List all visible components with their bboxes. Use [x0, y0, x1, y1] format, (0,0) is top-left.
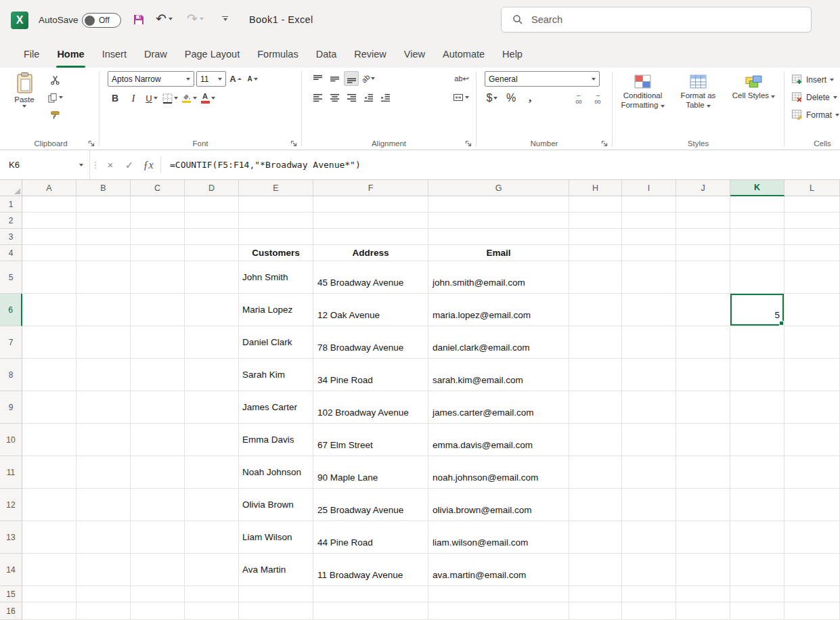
cell-L15[interactable] — [784, 586, 840, 602]
cell-E1[interactable] — [239, 196, 313, 213]
tab-home[interactable]: Home — [48, 41, 93, 68]
cell-A15[interactable] — [22, 586, 76, 602]
cell-B14[interactable] — [76, 554, 131, 586]
row-header-11[interactable]: 11 — [0, 456, 22, 489]
cell-L12[interactable] — [784, 489, 840, 521]
cell-L1[interactable] — [784, 196, 840, 213]
cell-G9[interactable]: james.carter@email.com — [428, 391, 569, 424]
cell-F6[interactable]: 12 Oak Avenue — [313, 294, 428, 326]
cell-I9[interactable] — [622, 391, 676, 424]
autosave-toggle[interactable]: Off — [82, 13, 121, 28]
cell-I3[interactable] — [622, 229, 676, 245]
cell-G5[interactable]: john.smith@email.com — [428, 261, 569, 294]
comma-style-button[interactable]: , — [523, 91, 537, 106]
cell-D12[interactable] — [185, 489, 239, 521]
save-button[interactable] — [133, 14, 145, 26]
cell-F3[interactable] — [313, 229, 428, 245]
cell-F11[interactable]: 90 Maple Lane — [313, 456, 428, 489]
row-header-1[interactable]: 1 — [0, 196, 22, 213]
cell-L4[interactable] — [784, 245, 840, 261]
cell-I10[interactable] — [622, 424, 676, 456]
cell-A12[interactable] — [22, 489, 76, 521]
col-header-E[interactable]: E — [239, 180, 313, 196]
cell-F15[interactable] — [313, 586, 428, 602]
cell-G3[interactable] — [428, 229, 569, 245]
cell-H9[interactable] — [569, 391, 622, 424]
cell-H11[interactable] — [569, 456, 622, 489]
cell-B16[interactable] — [76, 602, 131, 620]
cell-K13[interactable] — [730, 521, 784, 554]
cell-F5[interactable]: 45 Broadway Avenue — [313, 261, 428, 294]
cell-C13[interactable] — [131, 521, 185, 554]
decrease-indent-button[interactable] — [361, 90, 376, 105]
enter-button[interactable]: ✓ — [120, 150, 139, 179]
cell-B13[interactable] — [76, 521, 131, 554]
cell-L9[interactable] — [784, 391, 840, 424]
cut-button[interactable] — [47, 72, 63, 87]
col-header-L[interactable]: L — [784, 180, 840, 196]
accounting-format-button[interactable]: $ — [485, 91, 500, 106]
cell-H14[interactable] — [569, 554, 622, 586]
cell-I8[interactable] — [622, 359, 676, 391]
cell-F9[interactable]: 102 Broadway Avenue — [313, 391, 428, 424]
cell-J12[interactable] — [676, 489, 730, 521]
cell-H12[interactable] — [569, 489, 622, 521]
formula-input[interactable]: =COUNTIF(F5:F14,"*Broadway Avenue*") — [164, 150, 840, 179]
cell-L16[interactable] — [784, 602, 840, 620]
cell-D6[interactable] — [185, 294, 239, 326]
cell-I6[interactable] — [622, 294, 676, 326]
cell-E9[interactable]: James Carter — [239, 391, 313, 424]
fill-handle[interactable] — [779, 321, 784, 326]
tab-review[interactable]: Review — [345, 41, 395, 68]
cell-G10[interactable]: emma.davis@email.com — [428, 424, 569, 456]
increase-decimal-button[interactable]: ← 00 — [571, 91, 586, 106]
cell-C14[interactable] — [131, 554, 185, 586]
cell-B12[interactable] — [76, 489, 131, 521]
cell-K1[interactable] — [730, 196, 784, 213]
cell-C10[interactable] — [131, 424, 185, 456]
cell-L2[interactable] — [784, 213, 840, 229]
tab-help[interactable]: Help — [493, 41, 531, 68]
cell-C7[interactable] — [131, 326, 185, 359]
cell-D11[interactable] — [185, 456, 239, 489]
cell-L5[interactable] — [784, 261, 840, 294]
cell-F14[interactable]: 11 Broadway Avenue — [313, 554, 428, 586]
borders-chevron-icon[interactable] — [174, 97, 178, 99]
cell-H1[interactable] — [569, 196, 622, 213]
cell-F12[interactable]: 25 Broadway Avenue — [313, 489, 428, 521]
cancel-button[interactable]: × — [101, 150, 120, 179]
format-as-table-button[interactable]: Format as Table — [671, 71, 726, 137]
formula-bar-grip-icon[interactable]: ⋮ — [90, 150, 101, 179]
cell-D1[interactable] — [185, 196, 239, 213]
align-right-button[interactable] — [344, 90, 359, 105]
customize-quick-access-button[interactable] — [222, 16, 228, 21]
cell-G4[interactable]: Email — [428, 245, 569, 261]
fill-color-button[interactable] — [181, 91, 197, 106]
cell-A1[interactable] — [22, 196, 76, 213]
cell-C8[interactable] — [131, 359, 185, 391]
excel-logo-icon[interactable]: X — [11, 12, 28, 29]
cell-J11[interactable] — [676, 456, 730, 489]
row-header-3[interactable]: 3 — [0, 229, 22, 245]
row-header-2[interactable]: 2 — [0, 213, 22, 229]
tab-view[interactable]: View — [395, 41, 434, 68]
cell-B2[interactable] — [76, 213, 131, 229]
cell-F13[interactable]: 44 Pine Road — [313, 521, 428, 554]
cell-A16[interactable] — [22, 602, 76, 620]
clipboard-dialog-launcher-icon[interactable] — [88, 140, 95, 148]
col-header-F[interactable]: F — [313, 180, 428, 196]
italic-button[interactable]: I — [126, 91, 141, 106]
cell-K9[interactable] — [730, 391, 784, 424]
cell-G1[interactable] — [428, 196, 569, 213]
cell-B5[interactable] — [76, 261, 131, 294]
cell-C11[interactable] — [131, 456, 185, 489]
bottom-align-button[interactable] — [344, 71, 359, 86]
cell-B1[interactable] — [76, 196, 131, 213]
cell-H5[interactable] — [569, 261, 622, 294]
undo-button[interactable]: ↶ — [156, 11, 173, 26]
cell-C9[interactable] — [131, 391, 185, 424]
cell-G14[interactable]: ava.martin@email.com — [428, 554, 569, 586]
cell-D7[interactable] — [185, 326, 239, 359]
cell-C3[interactable] — [131, 229, 185, 245]
search-box[interactable]: Search — [501, 7, 812, 32]
